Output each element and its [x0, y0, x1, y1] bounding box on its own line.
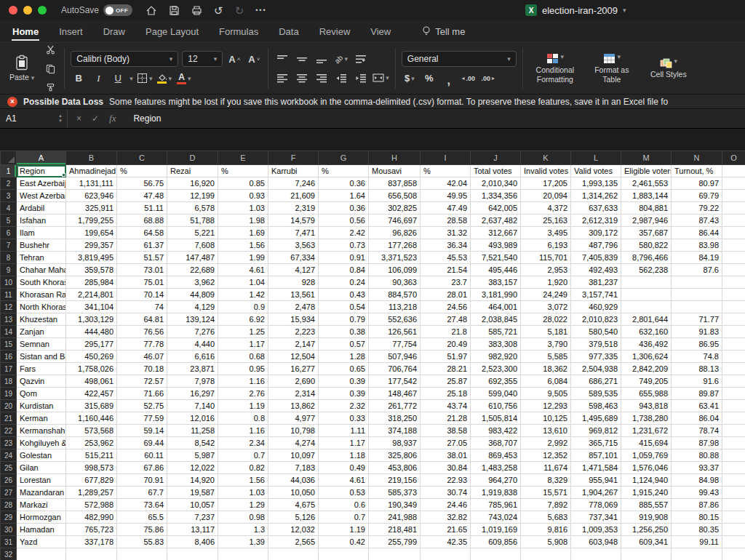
cell-J25[interactable]: 1,483,258 [471, 462, 521, 474]
cell-H21[interactable]: 318,250 [369, 412, 421, 425]
tab-draw[interactable]: Draw [103, 23, 126, 41]
cell-G30[interactable]: 1.19 [319, 524, 369, 536]
row-header-27[interactable]: 27 [1, 487, 17, 499]
cell-E18[interactable]: 1.16 [218, 375, 268, 388]
cell-D24[interactable]: 5,987 [167, 449, 218, 462]
cell-K9[interactable]: 2,953 [521, 264, 571, 276]
cell-L2[interactable]: 1,993,135 [571, 177, 621, 190]
cell-J28[interactable]: 785,961 [471, 499, 521, 511]
cell-D16[interactable]: 6,616 [167, 351, 218, 363]
cell-B2[interactable]: 1,131,111 [66, 177, 117, 190]
cell-B19[interactable]: 422,457 [66, 388, 117, 400]
cell-O27[interactable] [722, 487, 745, 499]
cell-B6[interactable]: 199,654 [66, 227, 117, 239]
cell-A5[interactable]: Isfahan [17, 215, 66, 227]
cell-A19[interactable]: Qom [17, 388, 66, 400]
cell-N32[interactable] [672, 548, 722, 560]
cell-M17[interactable]: 2,842,209 [621, 363, 672, 375]
more-commands-button[interactable]: ••• [255, 7, 266, 14]
cell-I12[interactable]: 24.56 [421, 301, 471, 313]
cell-F23[interactable]: 4,274 [268, 437, 319, 449]
cell-N4[interactable]: 79.22 [672, 202, 722, 215]
cell-O1[interactable] [722, 165, 745, 177]
cell-M23[interactable]: 415,694 [621, 437, 672, 449]
cell-B31[interactable]: 337,178 [66, 536, 117, 548]
cell-F10[interactable]: 928 [268, 276, 319, 289]
cell-F3[interactable]: 21,609 [268, 190, 319, 202]
row-header-32[interactable]: 32 [1, 548, 17, 560]
row-header-19[interactable]: 19 [1, 388, 17, 400]
cell-I19[interactable]: 25.18 [421, 388, 471, 400]
cell-N10[interactable] [672, 276, 722, 289]
column-header-N[interactable]: N [672, 151, 722, 165]
cell-N19[interactable]: 89.87 [672, 388, 722, 400]
cell-M31[interactable]: 609,341 [621, 536, 672, 548]
cell-C8[interactable]: 51.57 [117, 252, 167, 264]
row-header-14[interactable]: 14 [1, 326, 17, 338]
cell-J6[interactable]: 312,667 [471, 227, 521, 239]
cell-A12[interactable]: North Khorasan [17, 301, 66, 313]
cell-I4[interactable]: 47.49 [421, 202, 471, 215]
tab-formulas[interactable]: Formulas [218, 23, 259, 41]
cell-M16[interactable]: 1,306,624 [621, 351, 672, 363]
cell-M28[interactable]: 885,557 [621, 499, 672, 511]
cell-K8[interactable]: 115,701 [521, 252, 571, 264]
cell-E30[interactable]: 1.3 [218, 524, 268, 536]
cell-G20[interactable]: 2.32 [319, 400, 369, 412]
cell-A3[interactable]: West Azerbaijan [17, 190, 66, 202]
cell-F24[interactable]: 10,097 [268, 449, 319, 462]
cell-I2[interactable]: 42.04 [421, 177, 471, 190]
cell-F21[interactable]: 4,977 [268, 412, 319, 425]
cell-K13[interactable]: 28,022 [521, 313, 571, 326]
cell-A22[interactable]: Kermanshah [17, 425, 66, 437]
cell-D8[interactable]: 147,487 [167, 252, 218, 264]
cell-J4[interactable]: 642,005 [471, 202, 521, 215]
cell-H27[interactable]: 585,373 [369, 487, 421, 499]
cell-E19[interactable]: 2.76 [218, 388, 268, 400]
cell-A6[interactable]: Ilam [17, 227, 66, 239]
cell-styles-button[interactable]: ▾ Cell Styles [642, 56, 695, 80]
cell-J8[interactable]: 7,521,540 [471, 252, 521, 264]
close-window-button[interactable] [9, 6, 17, 15]
cell-O4[interactable] [722, 202, 745, 215]
cell-E20[interactable]: 1.19 [218, 400, 268, 412]
name-box[interactable]: A1 [0, 109, 54, 128]
cell-M5[interactable]: 2,987,946 [621, 215, 672, 227]
cell-L32[interactable] [571, 548, 621, 560]
cell-K10[interactable]: 1,920 [521, 276, 571, 289]
cell-H26[interactable]: 219,156 [369, 474, 421, 487]
cell-B25[interactable]: 998,573 [66, 462, 117, 474]
cell-E6[interactable]: 1.69 [218, 227, 268, 239]
cell-A28[interactable]: Markazi [17, 499, 66, 511]
cell-K12[interactable]: 3,072 [521, 301, 571, 313]
cell-H8[interactable]: 3,371,523 [369, 252, 421, 264]
cell-H28[interactable]: 190,349 [369, 499, 421, 511]
cell-A1[interactable]: Region [17, 165, 66, 177]
cell-N12[interactable] [672, 301, 722, 313]
cell-E10[interactable]: 1.04 [218, 276, 268, 289]
cell-G1[interactable]: % [319, 165, 369, 177]
cell-C12[interactable]: 74 [117, 301, 167, 313]
cell-J5[interactable]: 2,637,482 [471, 215, 521, 227]
cell-D22[interactable]: 11,258 [167, 425, 218, 437]
cell-I21[interactable]: 21.28 [421, 412, 471, 425]
cell-D12[interactable]: 4,129 [167, 301, 218, 313]
cell-N15[interactable]: 86.95 [672, 338, 722, 351]
row-header-10[interactable]: 10 [1, 276, 17, 289]
cell-E11[interactable]: 1.42 [218, 289, 268, 301]
cell-A18[interactable]: Qazvin [17, 375, 66, 388]
cell-K4[interactable]: 4,372 [521, 202, 571, 215]
format-as-table-button[interactable]: ▾ Format as Table [586, 52, 638, 84]
cell-L16[interactable]: 977,335 [571, 351, 621, 363]
row-header-12[interactable]: 12 [1, 301, 17, 313]
cell-L19[interactable]: 589,535 [571, 388, 621, 400]
column-header-C[interactable]: C [117, 151, 167, 165]
cell-G29[interactable]: 0.7 [319, 511, 369, 524]
cell-K21[interactable]: 10,125 [521, 412, 571, 425]
formula-content[interactable]: Region [124, 109, 745, 128]
cell-B4[interactable]: 325,911 [66, 202, 117, 215]
cell-A20[interactable]: Kurdistan [17, 400, 66, 412]
cell-A30[interactable]: Hamadan [17, 524, 66, 536]
cell-D23[interactable]: 8,542 [167, 437, 218, 449]
cell-I18[interactable]: 25.87 [421, 375, 471, 388]
